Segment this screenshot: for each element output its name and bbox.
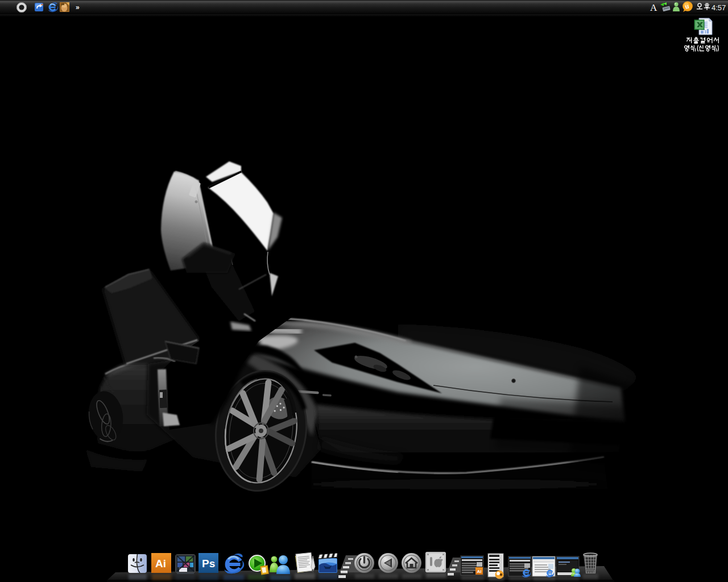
svg-text:»: » — [76, 3, 80, 11]
svg-text:Ai: Ai — [477, 569, 482, 574]
svg-text:Ai: Ai — [155, 558, 166, 569]
svg-text:4:57: 4:57 — [712, 3, 726, 12]
svg-text:A: A — [650, 2, 657, 13]
svg-text:Ps: Ps — [202, 558, 215, 569]
